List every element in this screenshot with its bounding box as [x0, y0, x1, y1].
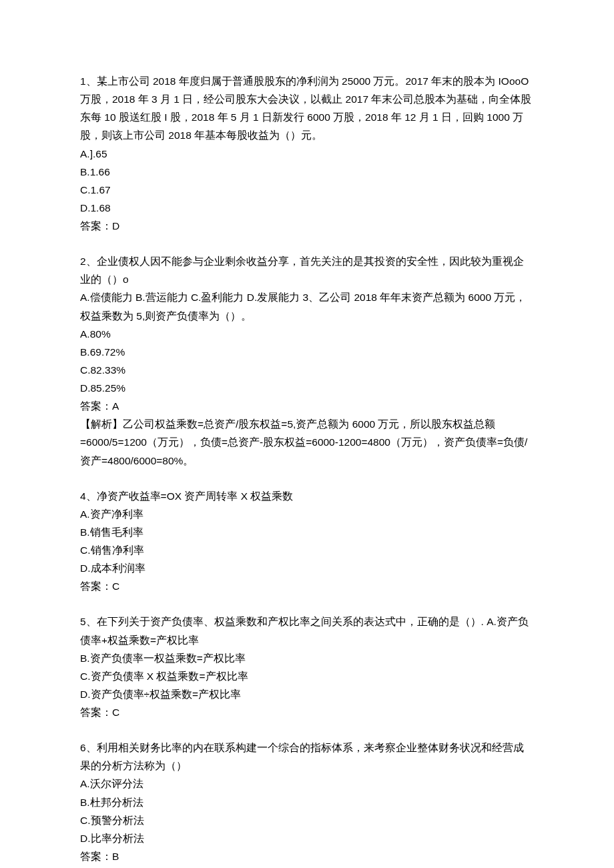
question-option: A.沃尔评分法	[80, 775, 534, 793]
question-stem: 4、净资产收益率=OX 资产周转率 X 权益乘数	[80, 487, 534, 505]
question-option: C.1.67	[80, 181, 534, 199]
question-option: D.资产负债率÷权益乘数=产权比率	[80, 685, 534, 703]
question-option: D.成本利'润率	[80, 559, 534, 577]
question-option: D.1.68	[80, 199, 534, 217]
question-2: 2、企业债权人因不能参与企业剩余收益分享，首先关注的是其投资的安全性，因此较为重…	[80, 252, 534, 470]
question-stem: 6、利用相关财务比率的内在联系构建一个综合的指标体系，来考察企业整体财务状况和经…	[80, 739, 534, 775]
question-answer: 答案：B	[80, 847, 534, 865]
question-option: B.69.72%	[80, 343, 534, 361]
question-option: C.销售净利率	[80, 541, 534, 559]
question-answer: 答案：C	[80, 577, 534, 595]
question-5: 6、利用相关财务比率的内在联系构建一个综合的指标体系，来考察企业整体财务状况和经…	[80, 739, 534, 865]
question-stem: 2、企业债权人因不能参与企业剩余收益分享，首先关注的是其投资的安全性，因此较为重…	[80, 252, 534, 288]
question-option: A.].65	[80, 145, 534, 163]
question-1: 1、某上市公司 2018 年度归属于普通股股东的净利润为 25000 万元。20…	[80, 72, 534, 235]
question-answer: 答案：A	[80, 397, 534, 415]
question-option: D.比率分析法	[80, 829, 534, 847]
question-option: A.资产净利率	[80, 505, 534, 523]
question-stem: 5、在下列关于资产负债率、权益乘数和产权比率之间关系的表达式中，正确的是（）. …	[80, 612, 534, 648]
question-option: B.1.66	[80, 163, 534, 181]
question-option: C.资产负债率 X 权益乘数=产权比率	[80, 667, 534, 685]
question-option: D.85.25%	[80, 379, 534, 397]
question-stem: 1、某上市公司 2018 年度归属于普通股股东的净利润为 25000 万元。20…	[80, 72, 534, 145]
question-3: 4、净资产收益率=OX 资产周转率 X 权益乘数 A.资产净利率 B.销售毛利率…	[80, 487, 534, 596]
question-option: C.82.33%	[80, 361, 534, 379]
question-answer: 答案：D	[80, 217, 534, 235]
question-4: 5、在下列关于资产负债率、权益乘数和产权比率之间关系的表达式中，正确的是（）. …	[80, 612, 534, 721]
question-stem: A.偿债能力 B.营运能力 C.盈利能力 D.发展能力 3、乙公司 2018 年…	[80, 288, 534, 324]
question-option: A.80%	[80, 325, 534, 343]
question-option: B.杜邦分析法	[80, 793, 534, 811]
question-option: C.预警分析法	[80, 811, 534, 829]
question-option: B.资产负债率一权益乘数=产权比率	[80, 649, 534, 667]
question-option: B.销售毛利率	[80, 523, 534, 541]
question-analysis: 【解析】乙公司权益乘数=总资产/股东权益=5,资产总额为 6000 万元，所以股…	[80, 415, 534, 469]
question-answer: 答案：C	[80, 703, 534, 721]
